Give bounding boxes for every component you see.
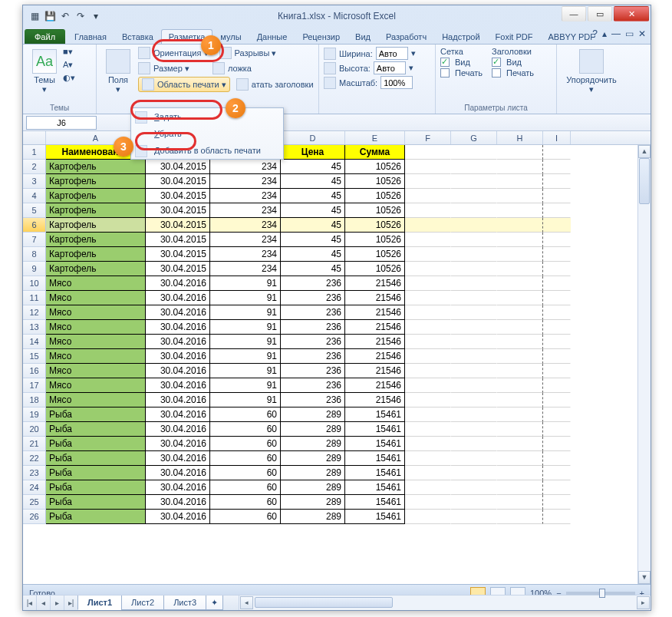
cell[interactable] <box>405 320 451 335</box>
cell[interactable] <box>405 364 451 378</box>
cell[interactable]: Рыба <box>46 451 146 466</box>
cell[interactable] <box>543 335 571 349</box>
cell[interactable] <box>543 247 571 262</box>
cell[interactable] <box>497 510 543 524</box>
undo-icon[interactable]: ↶ <box>58 9 72 23</box>
cell[interactable] <box>451 233 497 247</box>
cell[interactable] <box>405 247 451 262</box>
cell[interactable]: 289 <box>281 422 345 437</box>
row-header[interactable]: 19 <box>23 407 46 422</box>
cell[interactable]: 21546 <box>345 291 405 305</box>
horizontal-scrollbar[interactable]: ◂ ▸ <box>239 596 651 610</box>
cell[interactable]: 30.04.2016 <box>146 451 210 466</box>
cell[interactable] <box>405 203 451 218</box>
row-header[interactable]: 14 <box>23 335 46 349</box>
cell[interactable] <box>543 364 571 378</box>
cell[interactable] <box>543 276 571 291</box>
cell[interactable]: Картофель <box>46 218 146 233</box>
cell[interactable] <box>497 145 543 160</box>
cell[interactable]: 30.04.2015 <box>146 247 210 262</box>
cell[interactable]: 30.04.2016 <box>146 364 210 378</box>
tab-data[interactable]: Данные <box>249 29 295 44</box>
cell[interactable] <box>497 262 543 276</box>
cell[interactable]: 289 <box>281 466 345 480</box>
cell[interactable]: 60 <box>210 480 281 495</box>
cell[interactable]: Мясо <box>46 320 146 335</box>
redo-icon[interactable]: ↷ <box>74 9 87 23</box>
vertical-scrollbar[interactable]: ▲ ▼ <box>637 145 651 584</box>
cell[interactable] <box>451 349 497 364</box>
cell[interactable] <box>497 393 543 407</box>
size-button[interactable]: Размер ▾ <box>138 61 189 75</box>
themes-button[interactable]: Aa Темы▾ <box>28 46 61 97</box>
row-header[interactable]: 24 <box>23 480 46 495</box>
hscroll-thumb[interactable] <box>255 597 393 608</box>
cell[interactable]: 45 <box>281 233 345 247</box>
prev-sheet-button[interactable]: ◂ <box>37 596 51 610</box>
cell[interactable]: 30.04.2015 <box>146 218 210 233</box>
row-header[interactable]: 7 <box>23 233 46 247</box>
cell[interactable]: 289 <box>281 451 345 466</box>
new-sheet-button[interactable]: ✦ <box>206 596 223 610</box>
print-titles-button[interactable]: атать заголовки <box>236 77 314 92</box>
scroll-up-arrow[interactable]: ▲ <box>638 145 651 158</box>
cell[interactable]: 10526 <box>345 218 405 233</box>
cell[interactable] <box>497 451 543 466</box>
cell[interactable] <box>451 305 497 320</box>
cell[interactable] <box>497 335 543 349</box>
cell[interactable]: 10526 <box>345 233 405 247</box>
cell[interactable]: 91 <box>210 364 281 378</box>
cell[interactable]: 15461 <box>345 480 405 495</box>
cell[interactable]: Картофель <box>46 189 146 203</box>
scroll-left-arrow[interactable]: ◂ <box>240 596 253 609</box>
cell[interactable]: 234 <box>210 247 281 262</box>
vscroll-thumb[interactable] <box>639 158 650 204</box>
cell[interactable]: 30.04.2016 <box>146 466 210 480</box>
cell[interactable]: 236 <box>281 320 345 335</box>
cell[interactable] <box>543 349 571 364</box>
cell[interactable]: 30.04.2015 <box>146 203 210 218</box>
cell[interactable] <box>451 262 497 276</box>
cell[interactable]: 21546 <box>345 305 405 320</box>
maximize-button[interactable]: ▭ <box>588 6 612 21</box>
cell[interactable]: 30.04.2016 <box>146 335 210 349</box>
cell[interactable]: 234 <box>210 174 281 189</box>
cell[interactable]: 45 <box>281 218 345 233</box>
cell[interactable] <box>497 437 543 451</box>
cell[interactable]: 60 <box>210 407 281 422</box>
cell[interactable] <box>451 276 497 291</box>
cell[interactable]: 30.04.2015 <box>146 262 210 276</box>
scale-input[interactable] <box>380 76 413 89</box>
cell[interactable] <box>405 174 451 189</box>
cell[interactable]: Рыба <box>46 510 146 524</box>
cell[interactable]: 45 <box>281 189 345 203</box>
cell[interactable] <box>405 407 451 422</box>
cell[interactable]: 30.04.2016 <box>146 437 210 451</box>
cell[interactable]: Картофель <box>46 262 146 276</box>
cell[interactable] <box>543 160 571 174</box>
cell[interactable] <box>405 349 451 364</box>
cell[interactable]: 30.04.2015 <box>146 233 210 247</box>
cell[interactable]: 45 <box>281 203 345 218</box>
cell[interactable]: 10526 <box>345 174 405 189</box>
row-header[interactable]: 21 <box>23 437 46 451</box>
cell[interactable] <box>451 407 497 422</box>
cell[interactable] <box>497 320 543 335</box>
cell[interactable] <box>451 393 497 407</box>
cell[interactable]: 21546 <box>345 364 405 378</box>
cell[interactable] <box>451 480 497 495</box>
cell[interactable] <box>405 393 451 407</box>
select-all-button[interactable] <box>23 131 46 144</box>
cell[interactable] <box>543 145 571 160</box>
cell[interactable] <box>405 422 451 437</box>
height-input[interactable] <box>374 61 406 74</box>
scroll-down-arrow[interactable]: ▼ <box>638 571 651 584</box>
tab-addins[interactable]: Надстрой <box>434 29 487 44</box>
cell[interactable]: Рыба <box>46 407 146 422</box>
qat-customize-icon[interactable]: ▾ <box>89 9 103 23</box>
cell[interactable]: 234 <box>210 262 281 276</box>
cell[interactable]: Мясо <box>46 335 146 349</box>
cell[interactable]: Мясо <box>46 305 146 320</box>
cell[interactable] <box>497 291 543 305</box>
cell[interactable] <box>405 466 451 480</box>
